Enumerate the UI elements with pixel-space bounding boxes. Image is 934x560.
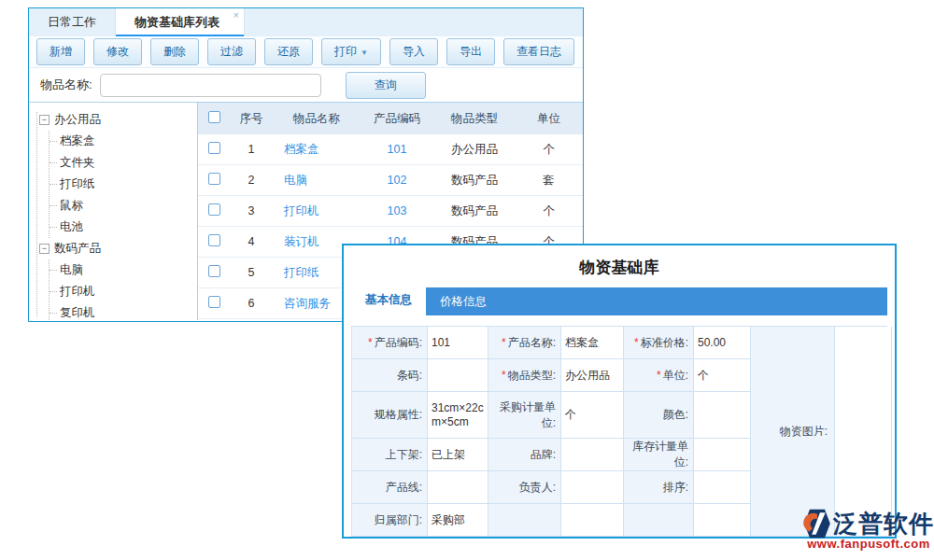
col-product-code: 产品编码 xyxy=(361,111,433,127)
print-button[interactable]: 打印▼ xyxy=(321,38,381,65)
row-checkbox[interactable] xyxy=(208,173,220,185)
department-field[interactable]: 采购部 xyxy=(428,504,488,537)
tree-node-copier[interactable]: 复印机 xyxy=(50,302,197,320)
brand-label: * 品牌: xyxy=(488,439,561,471)
toolbar: 新增 修改 删除 过滤 还原 打印▼ 导入 导出 查看日志 xyxy=(29,36,583,68)
tree-node-label: 文件夹 xyxy=(60,155,95,171)
row-checkbox[interactable] xyxy=(208,234,220,246)
vendor-logo: 泛普软件 www.fanpusoft.com xyxy=(803,509,934,551)
close-icon[interactable]: × xyxy=(234,9,239,21)
item-type: 数码产品 xyxy=(433,173,516,189)
collapse-icon[interactable]: − xyxy=(39,244,50,254)
tree-node-folder[interactable]: 文件夹 xyxy=(50,152,197,174)
unit-label: * 单位: xyxy=(624,359,694,392)
tree-node-archive-box[interactable]: 档案盒 xyxy=(50,131,197,152)
product-code-link[interactable]: 102 xyxy=(361,174,433,187)
tree-node-mouse[interactable]: 鼠标 xyxy=(50,195,197,217)
item-type-field[interactable]: 办公用品 xyxy=(561,359,624,392)
chevron-down-icon: ▼ xyxy=(361,49,368,57)
edit-button[interactable]: 修改 xyxy=(93,38,142,65)
tree-node-printer[interactable]: 打印机 xyxy=(50,281,197,302)
dialog-tabbar: 基本信息 价格信息 xyxy=(351,287,887,315)
item-name-input[interactable] xyxy=(100,74,321,97)
purchase-unit-field[interactable]: 个 xyxy=(561,392,624,439)
view-log-button[interactable]: 查看日志 xyxy=(503,38,574,65)
owner-field[interactable] xyxy=(561,471,624,504)
empty-label-cell xyxy=(624,504,694,537)
row-checkbox[interactable] xyxy=(208,203,220,216)
row-checkbox[interactable] xyxy=(208,265,220,277)
tab-daily-work[interactable]: 日常工作 xyxy=(29,8,115,36)
filter-button[interactable]: 过滤 xyxy=(207,38,256,65)
item-name-link[interactable]: 电脑 xyxy=(273,173,361,189)
barcode-field[interactable] xyxy=(428,359,488,392)
product-code-label: * 产品编码: xyxy=(352,327,428,359)
owner-label: * 负责人: xyxy=(488,471,561,504)
tab-basic-info[interactable]: 基本信息 xyxy=(351,285,426,315)
product-code-field[interactable]: 101 xyxy=(428,327,488,359)
unit-field[interactable]: 个 xyxy=(694,359,751,392)
tree-node-computer[interactable]: 电脑 xyxy=(50,259,197,281)
product-code-link[interactable]: 103 xyxy=(361,204,433,217)
restore-button[interactable]: 还原 xyxy=(264,38,313,65)
brand-field[interactable] xyxy=(561,439,624,471)
empty-label-cell xyxy=(488,504,561,537)
spec-field[interactable]: 31cm×22cm×5cm xyxy=(428,392,488,439)
field-label: 规格属性: xyxy=(375,407,422,423)
material-image-field[interactable] xyxy=(835,327,892,537)
standard-price-field[interactable]: 50.00 xyxy=(694,327,751,359)
product-line-field[interactable] xyxy=(428,471,488,504)
barcode-label: * 条码: xyxy=(352,359,428,392)
print-button-label: 打印 xyxy=(334,45,357,58)
tree-children-digital: 电脑 打印机 复印机 xyxy=(49,259,197,320)
material-detail-dialog: 物资基础库 基本信息 价格信息 物资图片: * 产品编码: 101 * 产品名称… xyxy=(342,244,897,539)
tree-node-label: 打印纸 xyxy=(60,176,95,192)
delete-button[interactable]: 删除 xyxy=(150,38,199,65)
export-button[interactable]: 导出 xyxy=(446,38,495,65)
tab-material-list[interactable]: 物资基础库列表 × xyxy=(115,8,245,36)
table-row: 2 电脑 102 数码产品 套 xyxy=(198,165,583,196)
col-item-name: 物品名称 xyxy=(273,111,361,127)
required-asterisk: * xyxy=(634,336,639,349)
color-field[interactable] xyxy=(694,392,751,439)
collapse-icon[interactable]: − xyxy=(39,115,50,125)
item-type-label: * 物品类型: xyxy=(488,359,561,392)
field-label: 颜色: xyxy=(663,407,688,423)
field-label: 上下架: xyxy=(386,447,422,463)
field-label: 产品名称: xyxy=(508,335,556,351)
stock-unit-field[interactable] xyxy=(694,439,751,471)
standard-price-label: * 标准价格: xyxy=(624,327,694,359)
field-label: 负责人: xyxy=(519,480,556,496)
row-no: 1 xyxy=(230,143,273,156)
tab-price-info[interactable]: 价格信息 xyxy=(426,287,501,315)
shelf-status-field[interactable]: 已上架 xyxy=(428,439,488,471)
tree-node-battery[interactable]: 电池 xyxy=(50,217,197,238)
item-name-link[interactable]: 打印机 xyxy=(273,203,361,219)
empty-value-cell xyxy=(561,504,624,537)
import-button[interactable]: 导入 xyxy=(389,38,438,65)
sort-field[interactable] xyxy=(694,471,751,504)
window-tabbar: 日常工作 物资基础库列表 × xyxy=(29,8,583,36)
material-image-label: 物资图片: xyxy=(751,327,835,537)
unit: 套 xyxy=(516,173,582,189)
row-checkbox[interactable] xyxy=(208,296,220,308)
tree-dash xyxy=(50,313,57,314)
field-label: 排序: xyxy=(663,480,688,496)
tree-dash xyxy=(50,162,57,163)
query-button[interactable]: 查询 xyxy=(346,72,426,99)
tree-node-print-paper[interactable]: 打印纸 xyxy=(50,174,197,195)
item-name-link[interactable]: 档案盒 xyxy=(273,142,361,158)
tree-node-office-supplies[interactable]: − 办公用品 xyxy=(35,109,197,131)
tree-node-digital-products[interactable]: − 数码产品 xyxy=(35,238,197,259)
add-button[interactable]: 新增 xyxy=(36,38,85,65)
required-asterisk: * xyxy=(368,336,373,349)
unit: 个 xyxy=(516,203,582,219)
row-checkbox[interactable] xyxy=(208,142,220,154)
department-label: * 归属部门: xyxy=(352,504,428,537)
shelf-status-label: * 上下架: xyxy=(352,439,428,471)
field-label: 标准价格: xyxy=(641,335,688,351)
tree-connector-line xyxy=(36,112,37,316)
product-name-field[interactable]: 档案盒 xyxy=(561,327,624,359)
product-code-link[interactable]: 101 xyxy=(361,143,433,156)
select-all-checkbox[interactable] xyxy=(208,111,220,123)
